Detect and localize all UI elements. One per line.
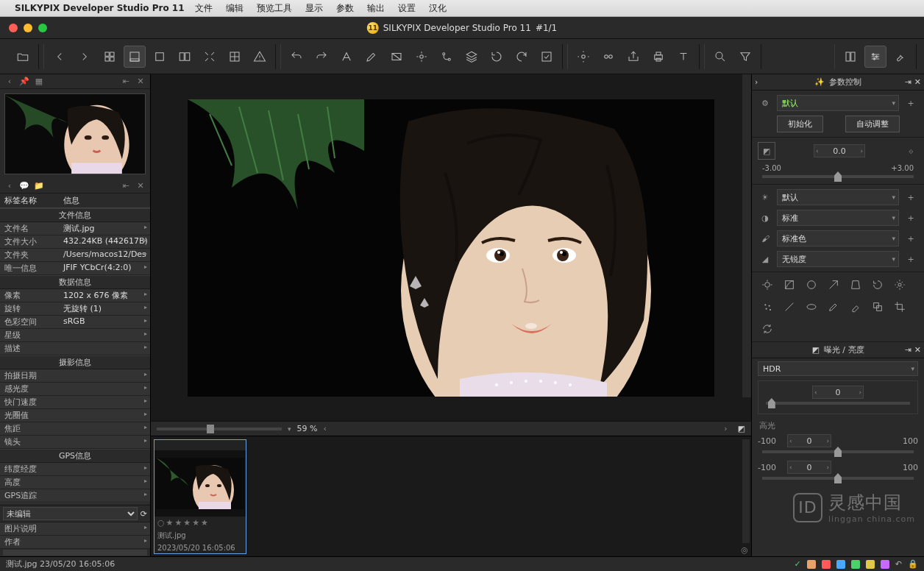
swatch-2[interactable] xyxy=(822,560,831,569)
zoom-dropdown-icon[interactable]: ▾ xyxy=(288,425,291,433)
nav-back-icon[interactable]: ‹ xyxy=(4,77,15,87)
hdr-select[interactable]: HDR▾ xyxy=(758,361,918,376)
status-check-icon[interactable]: ✓ xyxy=(795,559,801,569)
swatch-3[interactable] xyxy=(836,560,845,569)
fullscreen-button[interactable] xyxy=(199,46,221,68)
exposure-spinner[interactable]: ‹0.0› xyxy=(814,144,865,157)
edit-status-refresh-icon[interactable]: ⟳ xyxy=(141,509,147,519)
frame-view-button[interactable] xyxy=(149,46,171,68)
exposure-icon[interactable]: ◩ xyxy=(758,142,775,160)
nav-pin-icon[interactable]: 📌 xyxy=(19,77,29,87)
tone-select[interactable]: 标准▾ xyxy=(777,210,899,226)
wb-icon[interactable]: ☀ xyxy=(758,190,772,205)
status-undo-icon[interactable]: ↶ xyxy=(895,559,902,569)
adj-highlight-icon[interactable] xyxy=(759,277,775,293)
swatch-4[interactable] xyxy=(851,560,860,569)
adj-settings-icon[interactable] xyxy=(892,277,908,293)
tone-add-icon[interactable]: + xyxy=(903,210,918,225)
adj-noise-icon[interactable] xyxy=(759,299,775,315)
filter-button[interactable] xyxy=(734,46,756,68)
zoom-prev-icon[interactable]: ‹ xyxy=(323,424,326,433)
row3-spinner[interactable]: ‹0› xyxy=(787,461,831,474)
hdr-slider[interactable] xyxy=(766,402,910,405)
row3-slider[interactable] xyxy=(762,477,914,480)
adj-reset-icon[interactable] xyxy=(870,277,886,293)
next-image-button[interactable] xyxy=(74,46,96,68)
adj-lens-icon[interactable] xyxy=(803,299,820,315)
menu-settings[interactable]: 设置 xyxy=(398,2,416,15)
panel-layout-2-button[interactable] xyxy=(864,46,886,68)
layers-button[interactable] xyxy=(461,46,483,68)
single-view-button[interactable] xyxy=(124,46,146,68)
split-4-button[interactable] xyxy=(224,46,246,68)
wb-add-icon[interactable]: + xyxy=(903,190,918,205)
menu-localize[interactable]: 汉化 xyxy=(429,2,447,15)
adj-detail-icon[interactable] xyxy=(825,277,842,293)
filmstrip-v-scrollbar[interactable] xyxy=(742,439,750,543)
color-select[interactable]: 标准色▾ xyxy=(777,230,899,247)
search-button[interactable] xyxy=(709,46,731,68)
adj-crop-icon[interactable] xyxy=(892,299,908,315)
curve-tool-button[interactable] xyxy=(436,46,458,68)
adj-tone-curve-icon[interactable] xyxy=(781,277,797,293)
compare-view-button[interactable] xyxy=(174,46,196,68)
menu-preview-tools[interactable]: 预览工具 xyxy=(257,2,292,15)
rotate-right-button[interactable] xyxy=(511,46,533,68)
filmstrip-item[interactable]: ○★★★★★ 测试.jpg 2023/05/20 16:05:06 xyxy=(154,439,246,554)
adj-circle-icon[interactable] xyxy=(803,277,820,293)
checkmark-button[interactable] xyxy=(536,46,558,68)
gradient-tool-button[interactable] xyxy=(385,46,408,68)
info-folder-icon[interactable]: 📁 xyxy=(34,181,44,191)
adj-eraser-icon[interactable] xyxy=(847,299,864,315)
nav-collapse-icon[interactable]: ⇤ xyxy=(121,77,131,87)
menu-params[interactable]: 参数 xyxy=(336,2,354,15)
info-back-icon[interactable]: ‹ xyxy=(4,181,15,191)
redo-button[interactable] xyxy=(310,46,333,68)
preset-gear-icon[interactable]: ⚙ xyxy=(758,96,772,110)
menu-output[interactable]: 输出 xyxy=(367,2,385,15)
info-collapse-icon[interactable]: ⇤ xyxy=(121,181,131,191)
filmstrip-target-icon[interactable]: ◎ xyxy=(739,545,750,555)
swatch-1[interactable] xyxy=(807,560,816,569)
expose-collapse-icon[interactable]: ⇥ xyxy=(905,345,911,355)
preset-select[interactable]: 默认▾ xyxy=(777,95,899,111)
window-zoom-button[interactable] xyxy=(38,24,47,32)
menu-file[interactable]: 文件 xyxy=(195,2,213,15)
spot-tool-button[interactable] xyxy=(411,46,433,68)
brush-preset-button[interactable] xyxy=(889,46,911,68)
auto-adjust-button[interactable] xyxy=(335,46,358,68)
info-comment-icon[interactable]: 💬 xyxy=(19,181,29,191)
adj-sharpen-icon[interactable] xyxy=(781,299,797,315)
window-minimize-button[interactable] xyxy=(24,24,32,32)
exposure-auto-icon[interactable]: ⟐ xyxy=(903,143,918,158)
init-button[interactable]: 初始化 xyxy=(777,116,823,132)
zoom-slider[interactable] xyxy=(157,428,282,430)
menu-edit[interactable]: 编辑 xyxy=(226,2,244,15)
adj-sync-icon[interactable] xyxy=(759,321,775,337)
image-viewer[interactable] xyxy=(151,74,751,421)
app-name-menu[interactable]: SILKYPIX Developer Studio Pro 11 xyxy=(15,3,185,13)
open-folder-button[interactable] xyxy=(12,46,34,68)
hdr-spinner[interactable]: ‹0› xyxy=(812,386,864,399)
status-lock-icon[interactable]: 🔒 xyxy=(908,559,918,569)
color-icon[interactable]: 🖌 xyxy=(758,231,772,246)
adj-brush-icon[interactable] xyxy=(825,299,842,315)
auto-adjust-param-button[interactable]: 自动调整 xyxy=(845,116,900,132)
navigator-thumbnail[interactable] xyxy=(0,89,150,179)
export-settings-button[interactable] xyxy=(572,46,594,68)
warning-overlay-button[interactable] xyxy=(249,46,271,68)
panel-layout-1-button[interactable] xyxy=(839,46,861,68)
highlight-slider[interactable] xyxy=(762,450,914,453)
param-expand-icon[interactable]: › xyxy=(755,77,758,87)
text-tool-button[interactable] xyxy=(672,46,694,68)
edit-status-select[interactable]: 未编辑 xyxy=(3,507,138,520)
swatch-6[interactable] xyxy=(881,560,889,569)
nav-close-icon[interactable]: ✕ xyxy=(135,77,146,87)
info-close-icon[interactable]: ✕ xyxy=(135,181,146,191)
prev-image-button[interactable] xyxy=(49,46,71,68)
highlight-spinner[interactable]: ‹0› xyxy=(787,434,831,447)
viewer-v-scrollbar[interactable] xyxy=(742,74,751,397)
param-collapse-icon[interactable]: ⇥ xyxy=(905,77,911,87)
batch-button[interactable] xyxy=(597,46,619,68)
window-close-button[interactable] xyxy=(9,24,18,32)
